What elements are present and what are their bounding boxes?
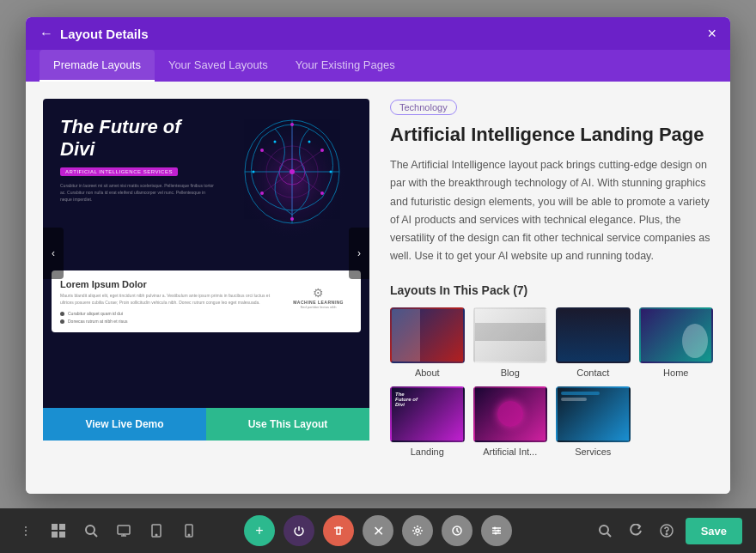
layout-thumb-about <box>390 307 465 363</box>
close-circle-button[interactable]: ✕ <box>363 515 393 546</box>
help-icon[interactable] <box>655 519 679 543</box>
preview-image: ‹ › The Future of Divi ARTIFICIAL INTELL… <box>43 99 369 408</box>
preview-hero-badge: ARTIFICIAL INTELLIGENCE SERVICES <box>60 167 178 176</box>
layout-title: Artificial Intelligence Landing Page <box>390 124 713 146</box>
grid-icon[interactable] <box>46 519 70 543</box>
layout-label-blog: Blog <box>501 368 520 378</box>
svg-line-28 <box>94 533 97 537</box>
layout-label-about: About <box>415 368 440 378</box>
svg-point-15 <box>253 171 255 173</box>
layout-item-home[interactable]: Home <box>639 307 714 378</box>
layout-details-modal: ← Layout Details × Premade Layouts Your … <box>26 17 730 494</box>
modal-tabs: Premade Layouts Your Saved Layouts Your … <box>26 50 730 82</box>
svg-line-45 <box>607 533 611 537</box>
back-icon[interactable]: ← <box>40 26 53 41</box>
layout-thumb-blog <box>473 307 548 363</box>
svg-point-33 <box>155 534 157 536</box>
search-icon[interactable] <box>79 519 103 543</box>
layout-item-about[interactable]: About <box>390 307 465 378</box>
svg-point-13 <box>274 141 277 143</box>
preview-nav-left[interactable]: ‹ <box>43 228 64 279</box>
trash-button[interactable] <box>323 515 354 546</box>
svg-point-14 <box>308 141 311 143</box>
layouts-heading: Layouts In This Pack (7) <box>390 283 713 297</box>
preview-list-items: Curabitur aliquet quam id dui Donecas ru… <box>60 311 284 324</box>
preview-nav-right[interactable]: › <box>349 228 369 279</box>
preview-buttons: View Live Demo Use This Layout <box>43 408 369 441</box>
layout-thumb-ai-int <box>473 386 548 442</box>
modal-header: ← Layout Details × <box>26 17 730 50</box>
layout-description: The Artificial Intelligence layout pack … <box>390 156 713 266</box>
layout-label-services: Services <box>575 447 611 457</box>
preview-hero-title: The Future of Divi <box>60 116 215 161</box>
bottom-toolbar: ⋮ <box>0 508 756 553</box>
svg-point-16 <box>330 171 332 173</box>
layout-item-contact[interactable]: Contact <box>556 307 631 378</box>
save-button[interactable]: Save <box>686 518 742 544</box>
modal-title: Layout Details <box>60 27 149 41</box>
preview-section-text: Mauris blandit aliquet elit, eget tincid… <box>60 293 284 306</box>
history-button[interactable] <box>442 515 472 546</box>
list-dot-1 <box>60 312 64 316</box>
layout-label-contact: Contact <box>576 368 609 378</box>
brain-art <box>223 103 361 258</box>
use-layout-button[interactable]: Use This Layout <box>206 408 369 441</box>
list-item-1: Curabitur aliquet quam id dui <box>60 311 284 316</box>
svg-rect-24 <box>59 524 65 530</box>
info-section: Technology Artificial Intelligence Landi… <box>369 99 713 477</box>
toolbar-right: Save <box>593 518 742 544</box>
preview-section-title: Lorem Ipsum Dolor <box>60 279 284 289</box>
preview-hero: The Future of Divi ARTIFICIAL INTELLIGEN… <box>43 99 369 270</box>
layout-thumb-services <box>556 386 631 442</box>
preview-section: ‹ › The Future of Divi ARTIFICIAL INTELL… <box>43 99 369 477</box>
close-button[interactable]: × <box>707 26 716 41</box>
tablet-icon[interactable] <box>144 519 168 543</box>
preview-white-section: Lorem Ipsum Dolor Mauris blandit aliquet… <box>52 270 361 332</box>
svg-point-42 <box>497 530 500 532</box>
layout-item-ai-int[interactable]: Artificial Int... <box>473 386 548 457</box>
refresh-icon[interactable] <box>624 519 648 543</box>
list-dot-2 <box>60 319 64 324</box>
preview-lorem-section: Lorem Ipsum Dolor Mauris blandit aliquet… <box>60 279 284 324</box>
svg-rect-23 <box>52 524 58 530</box>
layout-item-landing[interactable]: TheFuture ofDivi Landing <box>390 386 465 457</box>
plus-button[interactable]: + <box>244 515 275 546</box>
ml-icon: ⚙ <box>313 286 324 300</box>
svg-point-41 <box>494 527 497 530</box>
list-item-2: Donecas rutrum at nibh et risus <box>60 319 284 324</box>
svg-point-44 <box>600 526 608 534</box>
svg-rect-29 <box>118 526 130 534</box>
tab-existing[interactable]: Your Existing Pages <box>282 50 409 82</box>
preview-hero-text: Curabitur in laoreet mi sit amet nisi ma… <box>60 182 215 203</box>
svg-point-43 <box>495 532 497 535</box>
modal-header-left: ← Layout Details <box>40 26 149 41</box>
sliders-button[interactable] <box>481 515 512 546</box>
desktop-icon[interactable] <box>112 519 136 543</box>
svg-rect-26 <box>59 532 65 538</box>
tab-saved[interactable]: Your Saved Layouts <box>155 50 282 82</box>
layout-thumb-landing: TheFuture ofDivi <box>390 386 465 442</box>
search2-icon[interactable] <box>593 519 617 543</box>
layout-item-services[interactable]: Services <box>556 386 631 457</box>
layout-item-blog[interactable]: Blog <box>473 307 548 378</box>
svg-rect-25 <box>52 532 58 538</box>
layout-label-home: Home <box>663 368 688 378</box>
svg-point-36 <box>416 529 419 532</box>
settings-button[interactable] <box>402 515 433 546</box>
modal-body: ‹ › The Future of Divi ARTIFICIAL INTELL… <box>26 82 730 494</box>
mobile-icon[interactable] <box>177 519 201 543</box>
category-badge: Technology <box>390 100 457 115</box>
svg-point-27 <box>86 526 94 534</box>
ml-text: Sed porttitor lectus nibh <box>301 305 337 309</box>
toolbar-center: + ✕ <box>244 515 512 546</box>
layout-label-landing: Landing <box>411 447 444 457</box>
svg-point-47 <box>666 533 668 535</box>
dots-icon[interactable]: ⋮ <box>14 519 38 543</box>
tab-premade[interactable]: Premade Layouts <box>40 50 155 82</box>
modal-overlay: ← Layout Details × Premade Layouts Your … <box>0 0 756 508</box>
view-demo-button[interactable]: View Live Demo <box>43 408 206 441</box>
layout-thumb-contact <box>556 307 631 363</box>
power-button[interactable] <box>284 515 314 546</box>
preview-ml-section: ⚙ MACHINE LEARNING Sed porttitor lectus … <box>293 279 352 324</box>
svg-point-35 <box>188 534 190 536</box>
